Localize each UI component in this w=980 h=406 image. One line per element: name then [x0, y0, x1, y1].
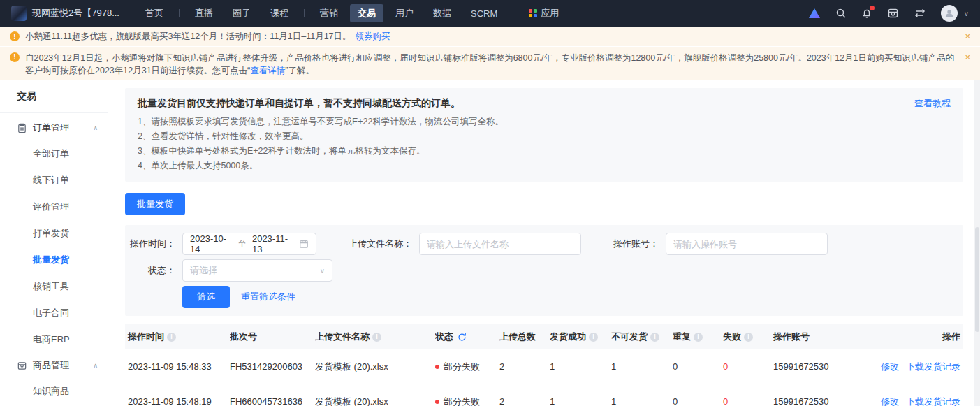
- table-body: 2023-11-09 15:48:33FH531429200603发货模板 (2…: [125, 349, 963, 406]
- sidebar-group-label: 订单管理: [33, 122, 69, 134]
- cell-batch: FH531429200603: [230, 361, 315, 372]
- col-header-发货成功: 发货成功i: [550, 331, 611, 343]
- info-icon: i: [167, 333, 176, 342]
- nav-item-用户[interactable]: 用户: [388, 4, 421, 22]
- bulk-ship-button[interactable]: 批量发货: [125, 193, 185, 215]
- chevron-down-icon: ∨: [320, 267, 325, 275]
- account-label: 操作账号：: [613, 238, 659, 250]
- notice-lines: 1、请按照模板要求填写发货信息，注意运单号不要写成E+22科学计数法，物流公司填…: [138, 115, 951, 173]
- chevron-down-icon[interactable]: ∨: [964, 10, 969, 17]
- sidebar-item-电子合同[interactable]: 电子合同: [0, 300, 108, 326]
- cell-success: 1: [550, 396, 611, 406]
- col-header-label: 重复: [673, 331, 691, 343]
- scrollbar-thumb[interactable]: [975, 227, 979, 332]
- sidebar-item-知识商品[interactable]: 知识商品: [0, 378, 108, 405]
- nav-item-数据[interactable]: 数据: [425, 4, 459, 22]
- coupon-buy-link[interactable]: 领券购买: [356, 31, 390, 43]
- col-header-label: 操作时间: [128, 331, 164, 343]
- view-details-link[interactable]: 查看详情: [250, 66, 285, 75]
- sidebar-item-电商ERP[interactable]: 电商ERP: [0, 326, 108, 353]
- col-header-label: 不可发货: [611, 331, 648, 343]
- warning-icon: !: [10, 31, 20, 41]
- date-range-picker[interactable]: 2023-10-14 至 2023-11-13: [182, 233, 316, 255]
- nav-item-营销[interactable]: 营销: [312, 4, 346, 22]
- filter-row-1: 操作时间： 2023-10-14 至 2023-11-13 上传文件名称： 操作…: [129, 233, 953, 255]
- action-link-修改[interactable]: 修改: [881, 396, 899, 406]
- account-input[interactable]: [666, 233, 828, 255]
- upgrade-banner-text: 自2023年12月1日起，小鹅通将对旗下知识店铺产品进行整体升级，产品价格也将进…: [25, 52, 955, 77]
- nav-item-首页[interactable]: 首页: [138, 4, 171, 22]
- nav-item-交易[interactable]: 交易: [350, 4, 383, 22]
- cell-actions: 详情修改下载发货记录: [877, 396, 963, 406]
- order-clipboard-icon: [17, 123, 27, 133]
- warning-icon: !: [10, 52, 20, 62]
- nav-item-课程[interactable]: 课程: [263, 4, 296, 22]
- upgrade-banner: ! 自2023年12月1日起，小鹅通将对旗下知识店铺产品进行整体升级，产品价格也…: [0, 46, 980, 80]
- date-end-value[interactable]: 2023-11-13: [252, 233, 293, 254]
- nav-right-icons: ∨: [808, 5, 969, 22]
- shop-icon[interactable]: [887, 8, 899, 19]
- notification-badge: [870, 6, 875, 10]
- col-header-状态: 状态: [435, 331, 499, 343]
- cell-account: 15991672530: [773, 396, 877, 406]
- main-content: 批量发货目前仅支持快递订单和自提订单，暂不支持同城配送方式的订单。 1、请按照模…: [108, 80, 980, 406]
- sidebar-group-订单管理[interactable]: 订单管理∧: [0, 115, 108, 140]
- date-separator: 至: [237, 238, 247, 250]
- filter-button[interactable]: 筛选: [182, 286, 230, 308]
- col-header-上传文件名称: 上传文件名称i: [315, 331, 435, 343]
- bell-icon[interactable]: [861, 8, 872, 19]
- page-layout: 交易 订单管理∧全部订单线下订单评价管理打单发货批量发货核销工具电子合同电商ER…: [0, 80, 980, 406]
- close-icon[interactable]: ×: [965, 51, 970, 64]
- notice-line: 2、查看发货详情，针对性修改，效率更高。: [138, 129, 951, 144]
- status-select-placeholder: 请选择: [190, 264, 217, 277]
- col-header-重复: 重复i: [673, 331, 723, 343]
- status-text: 部分失败: [444, 396, 480, 406]
- file-name-label: 上传文件名称：: [349, 238, 412, 250]
- nav-item-label: 营销: [320, 7, 338, 20]
- close-icon[interactable]: ×: [965, 31, 970, 41]
- store-name[interactable]: 现网蓝悦2号【7978...: [32, 7, 119, 20]
- cell-batch: FH660045731636: [230, 396, 315, 406]
- sidebar-item-批量发货[interactable]: 批量发货: [0, 247, 108, 273]
- status-select[interactable]: 请选择 ∨: [182, 259, 332, 282]
- status-label: 状态：: [129, 264, 175, 277]
- cell-duplicate: 0: [673, 361, 723, 372]
- nav-item-应用[interactable]: 应用: [521, 4, 566, 22]
- goods-box-icon: [17, 361, 27, 371]
- refresh-icon[interactable]: [458, 333, 467, 342]
- sidebar-item-打单发货[interactable]: 打单发货: [0, 220, 108, 247]
- info-icon: i: [744, 333, 753, 342]
- action-link-修改[interactable]: 修改: [881, 361, 899, 373]
- search-icon[interactable]: [835, 8, 847, 19]
- vertical-scrollbar[interactable]: [974, 80, 980, 406]
- avatar[interactable]: [941, 5, 958, 22]
- sidebar-item-线下订单[interactable]: 线下订单: [0, 167, 108, 194]
- sidebar-group-商品管理[interactable]: 商品管理∧: [0, 353, 108, 378]
- nav-item-直播[interactable]: 直播: [187, 4, 221, 22]
- col-header-label: 批次号: [230, 331, 257, 343]
- swap-icon[interactable]: [914, 8, 926, 18]
- cell-time: 2023-11-09 15:48:33: [125, 361, 230, 372]
- sidebar-item-全部订单[interactable]: 全部订单: [0, 140, 108, 167]
- sidebar-item-核销工具[interactable]: 核销工具: [0, 273, 108, 300]
- reset-filters-link[interactable]: 重置筛选条件: [241, 291, 295, 303]
- view-tutorial-link[interactable]: 查看教程: [914, 97, 951, 110]
- nav-item-SCRM[interactable]: SCRM: [463, 6, 505, 22]
- table-row: 2023-11-09 15:48:33FH531429200603发货模板 (2…: [125, 349, 963, 384]
- nav-item-label: 应用: [541, 7, 559, 20]
- notice-title: 批量发货目前仅支持快递订单和自提订单，暂不支持同城配送方式的订单。: [138, 97, 951, 110]
- file-name-input[interactable]: [419, 233, 581, 255]
- sidebar-item-评价管理[interactable]: 评价管理: [0, 194, 108, 220]
- cell-duplicate: 0: [673, 396, 723, 406]
- date-start-value[interactable]: 2023-10-14: [190, 233, 232, 254]
- nav-item-圈子[interactable]: 圈子: [225, 4, 258, 22]
- table-row: 2023-11-09 15:48:19FH660045731636发货模板 (2…: [125, 384, 963, 406]
- sidebar-group-label: 商品管理: [33, 359, 69, 372]
- col-header-label: 状态: [435, 331, 453, 343]
- action-link-下载发货记录[interactable]: 下载发货记录: [906, 396, 960, 406]
- cell-file: 发货模板 (20).xlsx: [315, 361, 435, 373]
- sidebar-menu: 订单管理∧全部订单线下订单评价管理打单发货批量发货核销工具电子合同电商ERP商品…: [0, 115, 108, 406]
- triangle-logo-icon[interactable]: [808, 8, 821, 19]
- action-link-下载发货记录[interactable]: 下载发货记录: [906, 361, 960, 373]
- store-logo[interactable]: [11, 6, 27, 21]
